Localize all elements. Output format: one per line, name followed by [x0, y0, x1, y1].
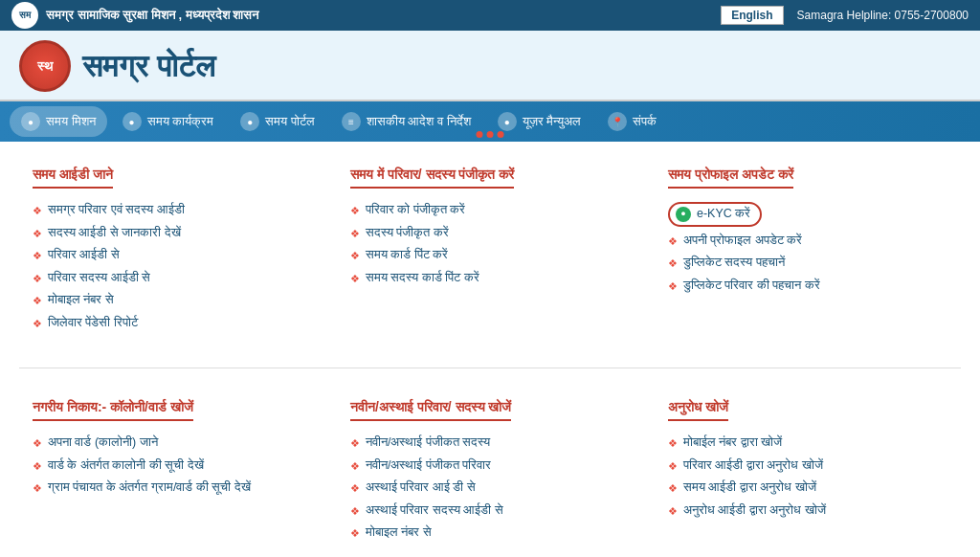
list-item[interactable]: ❖अपना वार्ड (कालोनी) जाने: [33, 434, 312, 452]
ekyc-highlighted[interactable]: ● e-KYC करें: [668, 202, 762, 227]
arrow-icon: ❖: [668, 481, 678, 496]
nav-dot-1: [477, 131, 483, 138]
list-item[interactable]: ❖समय सदस्य कार्ड पिंट करें: [350, 270, 630, 287]
list-item[interactable]: ❖अनुरोध आईडी द्वारा अनुरोध खोजें: [668, 502, 947, 520]
arrow-icon: ❖: [33, 227, 42, 241]
header: स्थ समग्र पोर्टल: [0, 31, 980, 101]
arrow-icon: ❖: [33, 459, 42, 474]
section-title-samay-id: समय आईडी जाने: [33, 167, 113, 189]
list-item[interactable]: ❖परिवार सदस्य आईडी से: [33, 270, 312, 287]
section-title-ward: नगरीय निकाय:- कॉलोनी/वार्ड खोजें: [33, 399, 193, 421]
top-bar-logo: सम: [11, 2, 38, 29]
list-item[interactable]: ❖समग्र परिवार एवं सदस्य आईडी: [33, 202, 312, 219]
list-item[interactable]: ❖वार्ड के अंतर्गत कालोनी की सूची देखें: [33, 457, 312, 475]
arrow-icon: ❖: [350, 459, 360, 474]
list-item[interactable]: ❖डुप्लिकेट सदस्य पहचानें: [668, 255, 947, 272]
portal-logo-text: स्थ: [37, 58, 53, 75]
arrow-icon: ❖: [350, 526, 360, 541]
top-bar-title: समग्र सामाजिक सुरक्षा मिशन , मध्यप्रदेश …: [46, 8, 258, 23]
list-item[interactable]: ❖अस्थाई परिवार सदस्य आईडी से: [350, 502, 630, 520]
arrow-icon: ❖: [33, 249, 42, 263]
arrow-icon: ❖: [350, 227, 360, 241]
nav-icon-portal: ●: [240, 112, 259, 131]
nav-icon-mission: ●: [21, 112, 40, 131]
nav-dot-3: [498, 131, 504, 138]
arrow-icon: ❖: [33, 481, 42, 496]
top-bar: सम समग्र सामाजिक सुरक्षा मिशन , मध्यप्रद…: [0, 0, 980, 31]
arrow-icon: ❖: [350, 204, 360, 218]
top-bar-left: सम समग्र सामाजिक सुरक्षा मिशन , मध्यप्रद…: [11, 2, 258, 29]
section-title-request: अनुरोध खोजें: [668, 399, 728, 421]
language-button[interactable]: English: [721, 6, 783, 25]
list-item[interactable]: ❖नवीन/अस्थाई पंजीकत परिवार: [350, 457, 630, 475]
section-register-family: समय में परिवार/ सदस्य पंजीकृत करें ❖परिव…: [337, 157, 643, 346]
section-links-samay-id: ❖समग्र परिवार एवं सदस्य आईडी ❖सदस्य आईडी…: [33, 202, 312, 331]
arrow-icon: ❖: [668, 504, 678, 519]
list-item[interactable]: ❖अपनी प्रोफाइल अपडेट करें: [668, 233, 947, 250]
nav-item-contact[interactable]: 📍 संपर्क: [596, 106, 668, 137]
section-title-profile: समय प्रोफाइल अपडेट करें: [668, 167, 793, 189]
arrow-icon: ❖: [350, 481, 360, 496]
section-divider: [19, 368, 961, 368]
sections-grid: समय आईडी जाने ❖समग्र परिवार एवं सदस्य आई…: [19, 157, 961, 557]
list-item[interactable]: ❖डुप्लिकेट परिवार की पहचान करें: [668, 278, 947, 295]
nav-icon-manual: ●: [498, 112, 517, 131]
arrow-icon: ❖: [33, 272, 42, 286]
list-item[interactable]: ❖समय आईडी द्वारा अनुरोध खोजें: [668, 479, 947, 497]
arrow-icon: ❖: [33, 204, 42, 218]
nav-dots: [477, 131, 504, 138]
nav-icon-contact: 📍: [608, 112, 627, 131]
helpline-text: Samagra Helpline: 0755-2700800: [797, 9, 969, 22]
arrow-icon: ❖: [33, 436, 42, 451]
section-ward-search: नगरीय निकाय:- कॉलोनी/वार्ड खोजें ❖अपना व…: [19, 390, 325, 557]
section-profile-update: समय प्रोफाइल अपडेट करें ● e-KYC करें ❖अप…: [655, 157, 961, 346]
list-item[interactable]: ❖मोबाईल नंबर द्वारा खोजें: [668, 434, 947, 452]
nav-label-contact: संपर्क: [633, 114, 657, 129]
nav-label-mission: समय मिशन: [46, 114, 96, 129]
list-item[interactable]: ❖परिवार आईडी से: [33, 247, 312, 264]
list-item[interactable]: ❖सदस्य पंजीकृत करें: [350, 225, 630, 242]
list-item[interactable]: ❖परिवार आईडी द्वारा अनुरोध खोजें: [668, 457, 947, 475]
arrow-icon: ❖: [350, 249, 360, 263]
section-title-new-family: नवीन/अस्थाई परिवार/ सदस्य खोजें: [350, 399, 511, 421]
section-new-family: नवीन/अस्थाई परिवार/ सदस्य खोजें ❖नवीन/अस…: [337, 390, 643, 557]
list-item[interactable]: ❖मोबाइल नंबर से: [33, 292, 312, 309]
section-request-search: अनुरोध खोजें ❖मोबाईल नंबर द्वारा खोजें ❖…: [655, 390, 961, 557]
nav-label-orders: शासकीय आदेश व निर्देश: [367, 114, 471, 129]
nav-item-orders[interactable]: ≡ शासकीय आदेश व निर्देश: [330, 106, 482, 137]
section-links-profile: ● e-KYC करें ❖अपनी प्रोफाइल अपडेट करें ❖…: [668, 202, 947, 294]
nav-item-mission[interactable]: ● समय मिशन: [10, 106, 107, 137]
ekyc-icon: ●: [676, 207, 691, 222]
arrow-icon: ❖: [33, 317, 42, 331]
arrow-icon: ❖: [350, 272, 360, 286]
list-item[interactable]: ❖ग्राम पंचायत के अंतर्गत ग्राम/वार्ड की …: [33, 479, 312, 497]
section-links-register: ❖परिवार को पंजीकृत करें ❖सदस्य पंजीकृत क…: [350, 202, 630, 286]
arrow-icon: ❖: [668, 436, 678, 451]
section-links-request: ❖मोबाईल नंबर द्वारा खोजें ❖परिवार आईडी द…: [668, 434, 947, 519]
list-item[interactable]: ❖समय कार्ड पिंट करें: [350, 247, 630, 264]
list-item[interactable]: ❖नवीन/अस्थाई पंजीकत सदस्य: [350, 434, 630, 452]
section-links-new-family: ❖नवीन/अस्थाई पंजीकत सदस्य ❖नवीन/अस्थाई प…: [350, 434, 630, 542]
list-item[interactable]: ❖सदस्य आईडी से जानकारी देखें: [33, 225, 312, 242]
list-item[interactable]: ❖अस्थाई परिवार आई डी से: [350, 479, 630, 497]
nav-item-portal[interactable]: ● समय पोर्टल: [229, 106, 326, 137]
list-item-ekyc[interactable]: ● e-KYC करें: [668, 202, 947, 227]
main-content: समय आईडी जाने ❖समग्र परिवार एवं सदस्य आई…: [0, 142, 980, 557]
portal-logo: स्थ: [19, 40, 71, 92]
section-samay-id: समय आईडी जाने ❖समग्र परिवार एवं सदस्य आई…: [19, 157, 325, 346]
arrow-icon: ❖: [668, 256, 678, 271]
arrow-icon: ❖: [350, 436, 360, 451]
header-logo-area: स्थ समग्र पोर्टल: [19, 40, 215, 92]
nav-item-karykram[interactable]: ● समय कार्यक्रम: [111, 106, 226, 137]
nav-label-manual: यूज़र मैन्युअल: [523, 114, 582, 129]
arrow-icon: ❖: [668, 234, 678, 249]
nav-dot-2: [487, 131, 494, 138]
arrow-icon: ❖: [33, 294, 42, 308]
section-title-register: समय में परिवार/ सदस्य पंजीकृत करें: [350, 167, 514, 189]
section-links-ward: ❖अपना वार्ड (कालोनी) जाने ❖वार्ड के अंतर…: [33, 434, 312, 497]
nav-label-karykram: समय कार्यक्रम: [147, 114, 214, 129]
list-item[interactable]: ❖जिलेवार पेंडेसी रिपोर्ट: [33, 315, 312, 332]
list-item[interactable]: ❖परिवार को पंजीकृत करें: [350, 202, 630, 219]
list-item[interactable]: ❖मोबाइल नंबर से: [350, 524, 630, 542]
nav-icon-karykram: ●: [122, 112, 142, 131]
